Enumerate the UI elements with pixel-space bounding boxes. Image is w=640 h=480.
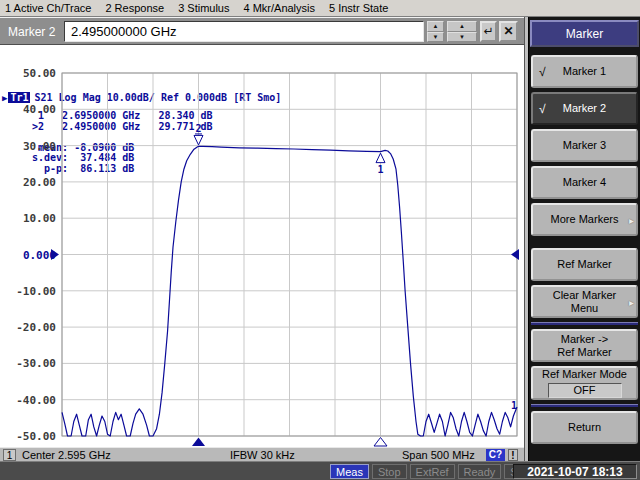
- ref-level-indicator-left: [51, 249, 59, 260]
- channel-status-bar: 1 Center 2.595 GHz IFBW 30 kHz Span 500 …: [0, 447, 524, 461]
- ifbw-readout: IFBW 30 kHz: [230, 449, 295, 461]
- softkey-label: Ref Marker: [557, 258, 611, 271]
- menu-item-4[interactable]: 4 Mkr/Analysis: [243, 2, 315, 14]
- checkmark-icon: √: [539, 65, 546, 78]
- marker-2-stimulus-indicator[interactable]: [192, 438, 205, 447]
- marker-frequency-input[interactable]: 2.495000000 GHz: [64, 21, 424, 42]
- status-indicator-stop: Stop: [372, 464, 407, 479]
- softkey-label: Return: [568, 421, 601, 434]
- softkey-separator: [531, 404, 638, 407]
- softkey-marker-3[interactable]: Marker 3: [531, 129, 638, 162]
- fine-stepper[interactable]: ▲ ▼: [427, 21, 444, 42]
- marker-2-symbol[interactable]: [194, 135, 203, 145]
- softkey-label: Marker 3: [563, 139, 606, 152]
- status-indicator-ready: Ready: [458, 464, 502, 479]
- softkey-marker-ref-marker[interactable]: Marker ->Ref Marker: [531, 329, 638, 362]
- trace-end-number: 1: [511, 400, 517, 411]
- step-up-icon[interactable]: ▲: [427, 21, 444, 32]
- softkey-label: Marker 1: [563, 65, 606, 78]
- status-indicator-meas: Meas: [330, 464, 369, 479]
- marker-1-symbol[interactable]: [376, 153, 385, 163]
- calibration-status-badge: C?: [486, 449, 505, 461]
- softkey-clear-marker-menu[interactable]: Clear MarkerMenu▸: [531, 285, 638, 318]
- system-status-bar: MeasStopExtRefReadySvc 2021-10-07 18:13: [0, 461, 640, 480]
- softkey-more-markers[interactable]: More Markers▸: [531, 203, 638, 236]
- softkey-ref-marker-mode[interactable]: Ref Marker ModeOFF: [531, 366, 638, 400]
- softkey-list: √Marker 1√Marker 2Marker 3Marker 4More M…: [531, 51, 638, 444]
- marker-2-number: 2: [195, 123, 201, 134]
- ref-level-indicator-right: [511, 249, 519, 260]
- submenu-arrow-icon: ▸: [629, 213, 634, 226]
- entry-toolbar: Marker 2 2.495000000 GHz ▲ ▼ ▲ ▼ ↵ ✕: [0, 17, 524, 45]
- span-readout: Span 500 MHz: [402, 449, 475, 461]
- softkey-label: Marker 2: [563, 102, 606, 115]
- center-frequency-readout: Center 2.595 GHz: [22, 449, 111, 461]
- toggle-state: OFF: [548, 383, 622, 398]
- channel-number: 1: [3, 449, 16, 461]
- marker-1-number: 1: [377, 164, 383, 175]
- softkey-menu-title: Marker: [530, 20, 639, 47]
- step-down-icon[interactable]: ▼: [447, 32, 477, 43]
- close-entry-button[interactable]: ✕: [499, 21, 518, 42]
- menu-item-5[interactable]: 5 Instr State: [329, 2, 388, 14]
- step-down-icon[interactable]: ▼: [427, 32, 444, 43]
- step-up-icon[interactable]: ▲: [447, 21, 477, 32]
- softkey-label: Marker 4: [563, 176, 606, 189]
- softkey-label: Ref Marker Mode: [542, 368, 627, 381]
- softkey-ref-marker[interactable]: Ref Marker: [531, 248, 638, 281]
- menu-item-2[interactable]: 2 Response: [105, 2, 164, 14]
- plot: 112: [0, 45, 524, 447]
- menu-bar: 1 Active Ch/Trace2 Response3 Stimulus4 M…: [0, 0, 640, 17]
- coarse-stepper[interactable]: ▲ ▼: [447, 21, 477, 42]
- softkey-scroll-strip[interactable]: [524, 17, 529, 461]
- softkey-separator: [531, 322, 638, 325]
- date-time: 2021-10-07 18:13: [513, 464, 637, 479]
- status-indicators: MeasStopExtRefReadySvc: [330, 464, 535, 479]
- softkey-return[interactable]: Return: [531, 411, 638, 444]
- softkey-label: More Markers: [551, 213, 619, 226]
- submenu-arrow-icon: ▸: [629, 295, 634, 308]
- softkey-label: Marker ->Ref Marker: [557, 333, 611, 359]
- warning-badge: !: [508, 449, 518, 461]
- marker-1-stimulus-indicator[interactable]: [374, 438, 387, 447]
- instrument-screen: 1 Active Ch/Trace2 Response3 Stimulus4 M…: [0, 0, 640, 480]
- menu-item-1[interactable]: 1 Active Ch/Trace: [5, 2, 91, 14]
- softkey-marker-1[interactable]: √Marker 1: [531, 55, 638, 88]
- softkey-panel: Marker √Marker 1√Marker 2Marker 3Marker …: [524, 17, 640, 461]
- checkmark-icon: √: [539, 102, 546, 115]
- entry-label: Marker 2: [8, 25, 55, 39]
- status-indicator-extref: ExtRef: [410, 464, 455, 479]
- softkey-marker-2[interactable]: √Marker 2: [531, 92, 638, 125]
- menu-item-3[interactable]: 3 Stimulus: [178, 2, 229, 14]
- softkey-label: Clear MarkerMenu: [553, 289, 617, 315]
- enter-button[interactable]: ↵: [480, 21, 497, 42]
- softkey-marker-4[interactable]: Marker 4: [531, 166, 638, 199]
